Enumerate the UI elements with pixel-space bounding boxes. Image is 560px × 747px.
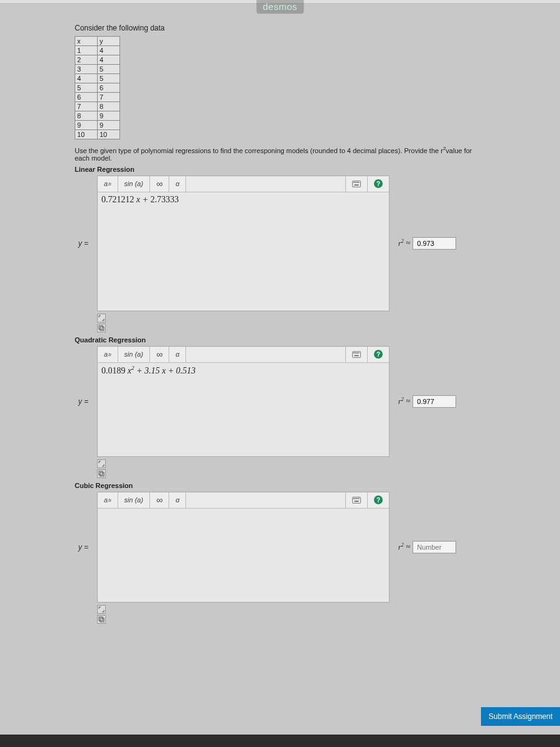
- svg-rect-21: [355, 500, 359, 502]
- keyboard-icon[interactable]: [345, 492, 367, 508]
- cubic-r2-block: r2 ≈: [398, 541, 456, 553]
- cubic-math-box: ab sin (a) ∞ α ?: [97, 492, 390, 603]
- y-equals-label: y =: [75, 543, 88, 552]
- bottom-taskbar: [0, 735, 560, 747]
- linear-r2-block: r2 ≈: [398, 237, 456, 250]
- help-icon[interactable]: ?: [367, 176, 389, 192]
- math-toolbar: ab sin (a) ∞ α ?: [98, 176, 389, 192]
- desmos-tag: desmos: [256, 0, 304, 14]
- help-icon[interactable]: ?: [367, 347, 389, 362]
- assignment-content: Consider the following data x y 14 24 35…: [0, 4, 560, 665]
- svg-rect-2: [355, 182, 356, 183]
- y-equals-label: y =: [75, 397, 88, 406]
- infinity-button[interactable]: ∞: [150, 492, 169, 508]
- table-row: 67: [75, 93, 120, 102]
- linear-regression-label: Linear Regression: [75, 166, 485, 173]
- keyboard-icon[interactable]: [345, 347, 367, 362]
- alpha-button[interactable]: α: [169, 492, 186, 508]
- table-row: 1010: [75, 130, 120, 139]
- svg-rect-12: [358, 352, 360, 354]
- prompt-text: Consider the following data: [75, 24, 485, 32]
- cubic-feedback-icons: [97, 605, 485, 624]
- svg-rect-19: [357, 498, 358, 499]
- exponent-button[interactable]: ab: [98, 347, 118, 362]
- trig-button[interactable]: sin (a): [118, 176, 151, 192]
- alpha-button[interactable]: α: [169, 176, 186, 192]
- expand-icon[interactable]: [97, 459, 106, 468]
- linear-math-input[interactable]: 0.721212 x + 2.73333: [98, 192, 389, 311]
- cubic-regression-row: y = ab sin (a) ∞ α ? r2 ≈: [75, 492, 485, 603]
- data-table: x y 14 24 35 45 56 67 78 89 99 1010: [75, 36, 120, 139]
- svg-rect-23: [100, 618, 104, 622]
- linear-math-box: ab sin (a) ∞ α ? 0.721212 x + 2.73333: [97, 176, 390, 311]
- svg-rect-22: [99, 617, 103, 621]
- table-row: 35: [75, 65, 120, 74]
- cubic-regression-label: Cubic Regression: [75, 482, 485, 489]
- table-row: 89: [75, 111, 120, 121]
- col-header-y: y: [98, 37, 120, 46]
- svg-rect-11: [357, 352, 358, 354]
- infinity-button[interactable]: ∞: [150, 176, 169, 192]
- alpha-button[interactable]: α: [169, 347, 186, 362]
- trig-button[interactable]: sin (a): [118, 347, 151, 362]
- table-row: 78: [75, 102, 120, 111]
- svg-rect-4: [358, 182, 360, 183]
- cubic-math-input[interactable]: [98, 509, 389, 602]
- quadratic-math-input[interactable]: 0.0189 x2 + 3.15 x + 0.513: [98, 363, 389, 456]
- trig-button[interactable]: sin (a): [118, 492, 151, 508]
- copy-icon[interactable]: [97, 615, 106, 624]
- svg-rect-18: [355, 498, 356, 499]
- keyboard-icon[interactable]: [345, 176, 367, 192]
- infinity-button[interactable]: ∞: [150, 347, 169, 362]
- table-row: 14: [75, 46, 120, 55]
- table-row: 45: [75, 74, 120, 83]
- quadratic-r2-input[interactable]: [413, 395, 456, 408]
- col-header-x: x: [75, 37, 98, 46]
- quadratic-r2-block: r2 ≈: [398, 395, 456, 408]
- quadratic-regression-label: Quadratic Regression: [75, 336, 485, 344]
- linear-regression-row: y = ab sin (a) ∞ α ? 0.721212 x + 2.7333…: [75, 176, 485, 311]
- svg-rect-17: [353, 498, 355, 499]
- svg-rect-5: [355, 184, 359, 186]
- cubic-r2-input[interactable]: [413, 541, 456, 553]
- copy-icon[interactable]: [97, 324, 106, 332]
- exponent-button[interactable]: ab: [98, 176, 118, 192]
- quadratic-feedback-icons: [97, 459, 485, 478]
- svg-rect-14: [99, 471, 103, 475]
- math-toolbar: ab sin (a) ∞ α ?: [98, 347, 389, 363]
- svg-rect-3: [357, 182, 358, 183]
- table-row: 56: [75, 83, 120, 93]
- linear-feedback-icons: [97, 314, 485, 332]
- instructions-text: Use the given type of polynomial regress…: [75, 146, 485, 162]
- quadratic-math-box: ab sin (a) ∞ α ? 0.0189 x2 + 3.15 x + 0.…: [97, 346, 390, 457]
- quadratic-regression-row: y = ab sin (a) ∞ α ? 0.0189 x2 + 3.15 x …: [75, 346, 485, 457]
- svg-rect-13: [355, 355, 359, 356]
- svg-rect-15: [100, 472, 104, 476]
- table-header-row: x y: [75, 37, 120, 46]
- table-row: 24: [75, 55, 120, 65]
- help-icon[interactable]: ?: [367, 492, 389, 508]
- y-equals-label: y =: [75, 239, 88, 248]
- svg-rect-20: [358, 498, 360, 499]
- exponent-button[interactable]: ab: [98, 492, 118, 508]
- expand-icon[interactable]: [97, 314, 106, 322]
- copy-icon[interactable]: [97, 469, 106, 478]
- svg-rect-6: [99, 326, 103, 329]
- svg-rect-1: [353, 182, 355, 183]
- linear-r2-input[interactable]: [413, 237, 456, 250]
- table-row: 99: [75, 121, 120, 130]
- svg-rect-7: [100, 327, 104, 331]
- svg-rect-10: [355, 352, 356, 354]
- svg-rect-9: [353, 352, 355, 354]
- submit-assignment-button[interactable]: Submit Assignment: [481, 707, 560, 726]
- math-toolbar: ab sin (a) ∞ α ?: [98, 492, 389, 509]
- expand-icon[interactable]: [97, 605, 106, 614]
